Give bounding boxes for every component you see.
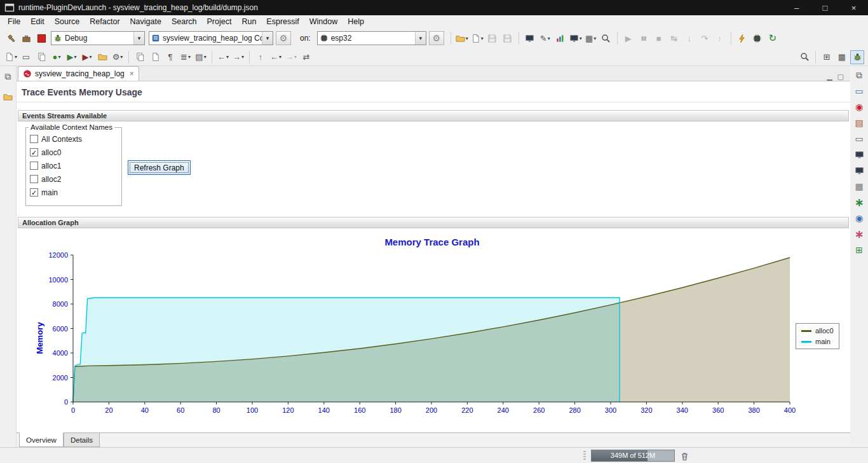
terminal-view-icon[interactable] (853, 148, 865, 161)
menu-navigate[interactable]: Navigate (125, 15, 166, 28)
disconnect-icon[interactable]: ↹ (667, 31, 681, 45)
run-launch-icon[interactable]: ▶▾ (80, 50, 94, 64)
link-editor-icon[interactable]: ⇄ (299, 50, 313, 64)
trace-record-icon[interactable]: ◉ (853, 100, 865, 113)
show-whitespace-icon[interactable]: ¶ (163, 50, 177, 64)
restore-views-icon[interactable]: ⧉ (2, 70, 15, 83)
new-wizard-icon[interactable]: ▾ (4, 50, 18, 64)
memory-view-icon[interactable]: ⊞ (853, 244, 865, 256)
serial-monitor-icon[interactable] (523, 31, 537, 45)
file-icon[interactable] (148, 50, 162, 64)
next-annotation-icon[interactable]: →▾ (231, 50, 245, 64)
chart-tool-icon[interactable] (553, 31, 567, 45)
debug-launch-icon[interactable]: ▶▾ (65, 50, 79, 64)
checkbox-main[interactable]: ✓main (30, 186, 121, 199)
maximize-view-icon[interactable]: ▢ (837, 73, 844, 81)
menu-run[interactable]: Run (236, 15, 261, 28)
debug-mode-combo[interactable]: Debug ▾ (51, 31, 145, 45)
chevron-down-icon[interactable]: ▾ (262, 32, 273, 45)
grid-view-icon[interactable]: ▦▾ (584, 31, 598, 45)
menu-edit[interactable]: Edit (25, 15, 50, 28)
erase-flash-icon[interactable] (750, 31, 764, 45)
target-gear-icon[interactable]: ⚙ (429, 31, 444, 45)
back-history-icon[interactable]: ←▾ (269, 50, 283, 64)
garbage-collect-icon[interactable] (679, 450, 690, 462)
refresh-icon[interactable]: ↻ (766, 31, 780, 45)
launch-config-combo[interactable]: sysview_tracing_heap_log Configu ▾ (149, 31, 273, 45)
checkbox-alloc0[interactable]: ✓alloc0 (30, 146, 121, 159)
heap-log-icon[interactable]: ▤ (853, 116, 865, 129)
list-icon[interactable]: ≣▾ (179, 50, 193, 64)
save-icon[interactable] (485, 31, 499, 45)
menu-search[interactable]: Search (166, 15, 202, 28)
checkbox-box[interactable]: ✓ (30, 188, 38, 197)
chevron-down-icon[interactable]: ▾ (415, 32, 426, 45)
console-icon[interactable]: ▾ (569, 31, 583, 45)
copy-icon[interactable] (133, 50, 147, 64)
checkbox-box[interactable] (30, 135, 38, 143)
bottom-tab-overview[interactable]: Overview (19, 432, 64, 447)
menu-project[interactable]: Project (202, 15, 237, 28)
outline-icon[interactable]: ▤▾ (194, 50, 208, 64)
checkbox-box[interactable]: ✓ (30, 148, 38, 156)
close-button[interactable]: × (839, 0, 868, 15)
checkbox-box[interactable] (30, 162, 38, 170)
target-combo[interactable]: esp32 ▾ (317, 31, 426, 45)
bottom-tab-details[interactable]: Details (64, 433, 100, 447)
export-launch-icon[interactable]: ▾ (470, 31, 484, 45)
perspective-grid-icon[interactable]: ▦ (835, 50, 849, 64)
refresh-graph-button[interactable]: Refresh Graph (128, 160, 191, 175)
restore-pane-icon[interactable]: ⧉ (853, 69, 865, 81)
project-explorer-icon[interactable] (2, 90, 15, 103)
last-edit-icon[interactable]: ↑ (254, 50, 268, 64)
editor-tab[interactable]: sysview_tracing_heap_log × (18, 66, 139, 81)
checkbox-alloc1[interactable]: alloc1 (30, 159, 121, 172)
registers-view-icon[interactable]: ▦ (853, 180, 865, 193)
coverage-icon[interactable]: ●▾ (50, 50, 64, 64)
maximize-button[interactable]: □ (811, 0, 839, 15)
minimize-button[interactable]: – (782, 0, 811, 15)
expressions-view-icon[interactable]: ∗ (853, 228, 865, 240)
menu-source[interactable]: Source (50, 15, 85, 28)
menu-window[interactable]: Window (304, 15, 342, 28)
external-config-icon[interactable]: ⚙▾ (111, 50, 125, 64)
breakpoints-view-icon[interactable]: ∗ (853, 196, 865, 209)
step-into-icon[interactable]: ↓ (682, 31, 696, 45)
tab-close-icon[interactable]: × (130, 69, 134, 78)
inspect-icon[interactable] (599, 31, 613, 45)
variables-view-icon[interactable]: ▭ (853, 132, 865, 145)
open-folder-icon[interactable] (95, 50, 109, 64)
terminate-icon[interactable] (34, 31, 48, 45)
build-icon[interactable] (4, 31, 18, 45)
menu-file[interactable]: File (3, 15, 25, 28)
launch-config-gear-icon[interactable]: ⚙ (276, 31, 291, 45)
checkbox-box[interactable] (30, 175, 38, 183)
drag-handle[interactable] (583, 451, 586, 460)
checkbox-all-contexts[interactable]: All Contexts (30, 132, 121, 146)
console-view-icon[interactable] (853, 164, 865, 177)
tools-icon[interactable]: ✎▾ (538, 31, 552, 45)
checkbox-alloc2[interactable]: alloc2 (30, 172, 121, 186)
external-tools-icon[interactable] (19, 31, 33, 45)
step-over-icon[interactable]: ↷ (698, 31, 712, 45)
save-all-icon[interactable] (501, 31, 515, 45)
search-icon[interactable] (797, 50, 811, 64)
peripherals-view-icon[interactable]: ◉ (853, 212, 865, 225)
menu-espressif[interactable]: Espressif (261, 15, 304, 28)
step-return-icon[interactable]: ↑ (713, 31, 727, 45)
minimize-view-icon[interactable]: ▁ (827, 73, 832, 81)
menu-refactor[interactable]: Refactor (85, 15, 125, 28)
new-window-icon[interactable]: ▭ (19, 50, 33, 64)
layout-icon[interactable]: ▭ (853, 85, 865, 97)
resume-icon[interactable]: ▶ (621, 31, 635, 45)
debug-perspective-icon[interactable] (850, 50, 864, 64)
chevron-down-icon[interactable]: ▾ (133, 32, 144, 45)
flash-icon[interactable] (735, 31, 749, 45)
stop-icon[interactable]: ■ (652, 31, 666, 45)
open-perspective-icon[interactable]: ⊞ (820, 50, 834, 64)
clipboard-icon[interactable] (34, 50, 48, 64)
forward-history-icon[interactable]: →▾ (284, 50, 298, 64)
prev-annotation-icon[interactable]: ←▾ (216, 50, 230, 64)
new-launch-icon[interactable]: ▾ (455, 31, 469, 45)
suspend-icon[interactable]: ▮▮ (637, 31, 651, 45)
